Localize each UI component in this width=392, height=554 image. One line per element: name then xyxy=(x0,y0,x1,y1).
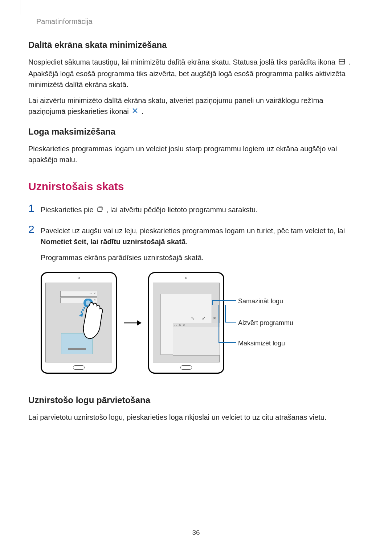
popup-window: ▭ ⊘ ✕ xyxy=(173,323,220,356)
step2-a: Pavelciet uz augšu vai uz leju, pieskari… xyxy=(41,227,345,235)
section2-p1: Pieskarieties programmas logam un velcie… xyxy=(28,143,362,165)
step-2-num: 2 xyxy=(28,224,41,235)
popup-bar-icons: ▭ ⊘ ✕ xyxy=(174,323,185,328)
section3-heading: Uznirstošo logu pārvietošana xyxy=(28,395,362,405)
popup-heading: Uznirstošais skats xyxy=(28,180,362,193)
tablet-left-screen: ▭ ✕ ▭ ✕ xyxy=(45,283,112,362)
section3-p1: Lai pārvietotu uznirstošo logu, pieskari… xyxy=(28,412,362,423)
step1-b: , lai atvērtu pēdējo lietoto programmu s… xyxy=(106,206,258,214)
step2-bold: Nometiet šeit, lai rādītu uznirstošajā s… xyxy=(41,238,185,246)
step2-b: . xyxy=(185,238,188,246)
breadcrumb: Pamatinformācija xyxy=(36,17,93,26)
drag-card xyxy=(61,333,93,354)
section2-heading: Loga maksimizēšana xyxy=(28,127,362,137)
callout-line xyxy=(219,305,219,342)
step2-extra: Programmas ekrāns parādīsies uznirstošaj… xyxy=(41,252,362,263)
step-1-body: Pieskarieties pie , lai atvērtu pēdējo l… xyxy=(41,203,362,216)
camera-dot xyxy=(185,277,187,279)
step-1: 1 Pieskarieties pie , lai atvērtu pēdējo… xyxy=(28,203,362,216)
home-button-icon xyxy=(180,365,192,370)
camera-dot xyxy=(78,277,80,279)
section1-p2b: . xyxy=(142,107,144,115)
page-number: 36 xyxy=(0,529,392,537)
callout-line xyxy=(212,300,236,301)
callout-line xyxy=(212,300,213,305)
split-screen-icon xyxy=(338,57,346,68)
close-icon: ✕ xyxy=(212,315,217,321)
page-content: Dalītā ekrāna skata minimizēšana Nospied… xyxy=(28,40,362,428)
drag-bar xyxy=(68,348,86,350)
callout-minimize: Samazināt logu xyxy=(238,296,283,306)
svg-marker-11 xyxy=(137,320,142,325)
recent-card-2: ▭ ✕ xyxy=(60,297,97,303)
section1-heading: Dalītā ekrāna skata minimizēšana xyxy=(28,40,362,50)
step-2: 2 Pavelciet uz augšu vai uz leju, pieska… xyxy=(28,224,362,376)
home-button-icon xyxy=(73,365,85,370)
maximize-icon: ⤢ xyxy=(201,315,206,321)
section1-p1: Nospiediet sākuma taustiņu, lai minimizē… xyxy=(28,57,362,90)
section1-p1a: Nospiediet sākuma taustiņu, lai minimizē… xyxy=(28,58,338,66)
step-1-num: 1 xyxy=(28,203,41,214)
callout-line xyxy=(225,322,236,323)
recent-apps-icon xyxy=(96,205,103,216)
popup-top-icons: ⤡ ⤢ ✕ xyxy=(190,315,217,321)
recent-card-1: ▭ ✕ xyxy=(60,291,97,297)
margin-line xyxy=(20,0,20,15)
close-x-icon xyxy=(131,106,139,117)
callout-close: Aizvērt programmu xyxy=(238,318,293,328)
tablet-right-screen: ⤡ ⤢ ✕ ▭ ⊘ ✕ xyxy=(153,283,220,362)
card-icons: ▭ ✕ xyxy=(90,298,96,302)
section1-p2: Lai aizvērtu minimizēto dalītā ekrāna sk… xyxy=(28,95,362,118)
arrow-right-icon xyxy=(123,317,142,328)
step-2-body: Pavelciet uz augšu vai uz leju, pieskari… xyxy=(41,224,362,376)
svg-rect-4 xyxy=(98,208,102,212)
tablet-left: ▭ ✕ ▭ ✕ xyxy=(41,272,117,374)
callout-line xyxy=(219,342,236,343)
tablet-right: ⤡ ⤢ ✕ ▭ ⊘ ✕ xyxy=(148,272,224,374)
card-icons: ▭ ✕ xyxy=(90,292,96,296)
popup-toolbar: ▭ ⊘ ✕ xyxy=(173,323,220,327)
callout-line xyxy=(225,305,226,322)
section1-p2a: Lai aizvērtu minimizēto dalītā ekrāna sk… xyxy=(28,97,323,115)
minimize-icon: ⤡ xyxy=(190,315,195,321)
figure-popup: ▭ ✕ ▭ ✕ xyxy=(41,270,362,376)
step1-a: Pieskarieties pie xyxy=(41,206,95,214)
callout-maximize: Maksimizēt logu xyxy=(238,338,285,348)
recent-cards: ▭ ✕ ▭ ✕ xyxy=(60,291,97,308)
